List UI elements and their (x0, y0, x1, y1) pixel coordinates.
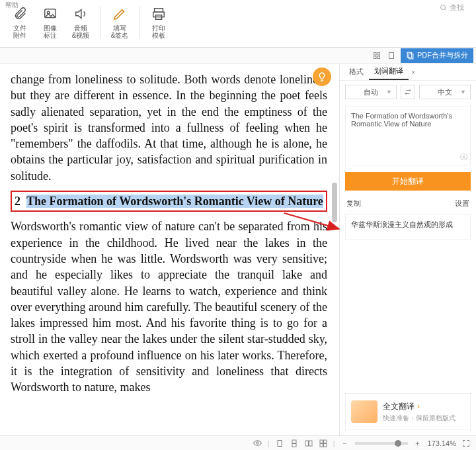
image-icon (42, 5, 59, 22)
paragraph: Wordsworth's romantic view of nature can… (11, 218, 327, 395)
svg-rect-7 (374, 52, 377, 55)
svg-rect-24 (323, 443, 327, 447)
svg-point-0 (441, 5, 446, 9)
scrollbar-thumb[interactable] (332, 183, 337, 222)
zoom-slider[interactable] (355, 442, 408, 445)
full-translate-card[interactable]: 全文翻译› 快速准备：保留原档版式 (345, 393, 471, 430)
status-separator: | (333, 439, 335, 447)
two-page-icon[interactable] (304, 439, 313, 448)
search-icon (440, 4, 448, 12)
svg-rect-21 (320, 440, 323, 443)
svg-rect-10 (377, 56, 380, 59)
ribbon-separator (139, 7, 140, 38)
merge-split-label: PDF合并与拆分 (417, 50, 468, 60)
document-pane[interactable]: change from loneliness to solitude. Both… (0, 64, 339, 435)
settings-button[interactable]: 设置 (455, 199, 469, 208)
zoom-level[interactable]: 173.14% (428, 439, 456, 447)
selected-heading-box[interactable]: 2 The Formation of Wordsworth's Romantic… (11, 191, 327, 212)
eye-icon[interactable] (253, 439, 262, 448)
zoom-slider-knob[interactable] (395, 440, 401, 447)
image-annotate-button[interactable]: 图像 标注 (36, 3, 65, 41)
thumbnail-view-icon[interactable] (372, 50, 382, 61)
svg-rect-23 (320, 443, 323, 447)
single-view-icon[interactable] (386, 50, 397, 61)
main-area: change from loneliness to solitude. Both… (0, 64, 476, 435)
svg-rect-8 (377, 52, 380, 55)
ribbon-separator (100, 7, 101, 38)
print-template-button[interactable]: 打印 模板 (144, 3, 173, 41)
printer-icon (150, 5, 167, 22)
translate-result-box[interactable]: 华兹华斯浪漫主义自然观的形成 (345, 214, 471, 240)
svg-line-1 (445, 9, 447, 11)
pencil-icon (111, 5, 128, 22)
source-language-select[interactable]: 自动 ▼ (345, 85, 397, 99)
status-bar: | | − + 173.14% (0, 435, 476, 450)
search-placeholder: 查找 (450, 3, 464, 13)
fullscreen-icon[interactable] (461, 439, 471, 448)
target-lang-label: 中文 (438, 87, 452, 97)
source-lang-label: 自动 (364, 87, 378, 97)
lightbulb-tip-button[interactable] (313, 68, 331, 86)
single-page-icon[interactable] (275, 439, 284, 448)
svg-rect-16 (278, 440, 282, 446)
svg-rect-9 (374, 56, 377, 59)
image-annot-label: 图像 标注 (44, 24, 57, 39)
clear-icon[interactable]: ⓧ (460, 152, 467, 162)
audio-video-button[interactable]: 音频 &视频 (66, 3, 95, 41)
svg-rect-18 (292, 443, 296, 447)
ribbon-help-label[interactable]: 帮助 (5, 1, 19, 10)
top-right-tools: 查找 (440, 3, 464, 13)
side-tabs: 格式 划词翻译 × (340, 64, 476, 81)
search-box[interactable]: 查找 (440, 3, 464, 13)
svg-point-15 (257, 442, 258, 444)
swap-languages-button[interactable] (401, 85, 415, 99)
result-text: 华兹华斯浪漫主义自然观的形成 (351, 220, 453, 228)
result-controls: 复制 设置 (340, 195, 476, 212)
copy-button[interactable]: 复制 (346, 199, 361, 208)
print-template-label: 打印 模板 (152, 24, 165, 39)
full-translate-title: 全文翻译 (383, 402, 415, 411)
fill-sign-button[interactable]: 填写 &签名 (105, 3, 134, 41)
svg-rect-4 (155, 8, 163, 12)
pdf-merge-split-button[interactable]: PDF合并与拆分 (401, 48, 473, 63)
close-icon[interactable]: × (411, 68, 415, 76)
translate-panel: 格式 划词翻译 × 自动 ▼ 中文 ▼ The Formation of Wor… (339, 64, 476, 435)
copy-icon (406, 51, 415, 60)
tab-format[interactable]: 格式 (344, 64, 369, 79)
svg-rect-11 (389, 52, 394, 58)
fill-sign-label: 填写 &签名 (111, 24, 129, 39)
language-row: 自动 ▼ 中文 ▼ (340, 81, 476, 103)
secondary-bar: PDF合并与拆分 (0, 48, 476, 64)
audio-icon (72, 5, 89, 22)
heading-title: The Formation of Wordsworth's Romantic V… (26, 195, 323, 208)
chevron-down-icon: ▼ (460, 89, 466, 95)
heading-number: 2 (15, 195, 20, 208)
svg-rect-19 (305, 441, 309, 446)
zoom-out-button[interactable]: − (340, 439, 350, 448)
vertical-scrollbar[interactable] (331, 64, 338, 435)
svg-rect-22 (323, 440, 327, 443)
svg-rect-5 (153, 12, 165, 17)
target-language-select[interactable]: 中文 ▼ (419, 85, 471, 99)
tab-translate[interactable]: 划词翻译 (369, 64, 409, 80)
ribbon-toolbar: 文件 附件 图像 标注 音频 &视频 填写 &签名 打印 模板 (0, 0, 476, 48)
file-attach-label: 文件 附件 (13, 24, 26, 39)
continuous-page-icon[interactable] (290, 439, 299, 448)
swap-icon (404, 88, 412, 96)
page-content: change from loneliness to solitude. Both… (11, 71, 327, 396)
arrow-right-icon: › (417, 402, 420, 411)
start-translate-button[interactable]: 开始翻译 (345, 172, 471, 191)
zoom-in-button[interactable]: + (413, 439, 422, 448)
lightbulb-icon (317, 71, 327, 82)
source-text: The Formation of Wordsworth's Romantic V… (351, 112, 452, 128)
two-page-continuous-icon[interactable] (319, 439, 328, 448)
paragraph: change from loneliness to solitude. Both… (11, 71, 327, 184)
chevron-down-icon: ▼ (386, 89, 392, 95)
full-translate-sub: 快速准备：保留原档版式 (383, 414, 456, 423)
svg-rect-13 (409, 54, 413, 59)
status-separator: | (268, 439, 270, 447)
source-text-box[interactable]: The Formation of Wordsworth's Romantic V… (345, 106, 471, 165)
svg-rect-20 (309, 441, 312, 446)
full-translate-thumb-icon (351, 400, 377, 423)
svg-rect-12 (407, 52, 412, 58)
